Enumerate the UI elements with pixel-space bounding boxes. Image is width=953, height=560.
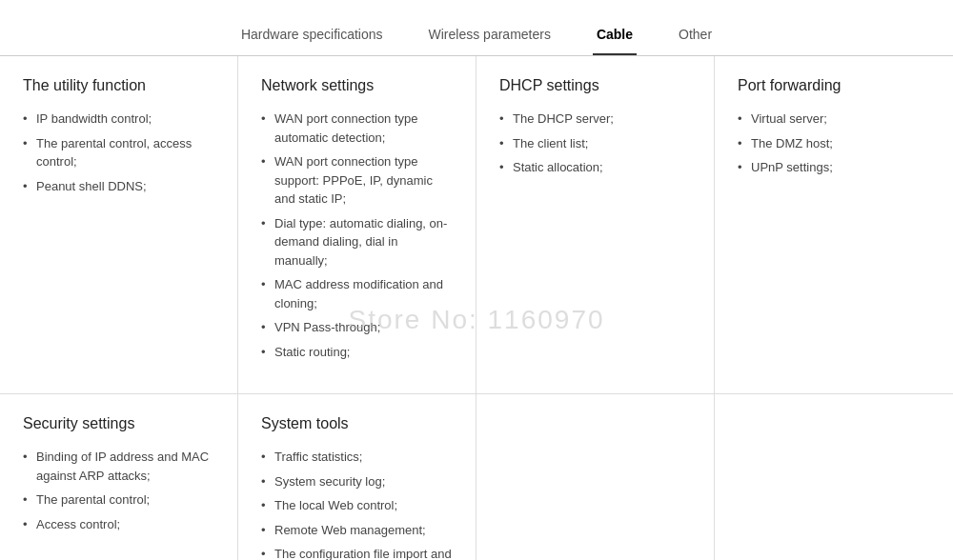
main-content: The utility functionIP bandwidth control…	[0, 56, 953, 560]
grid-cell-0: The utility functionIP bandwidth control…	[0, 56, 238, 393]
list-item: The configuration file import and export…	[261, 545, 453, 560]
grid-cell-3	[715, 394, 953, 560]
list-item: WAN port connection type automatic detec…	[261, 110, 453, 147]
cell-title: System tools	[261, 415, 453, 432]
top-grid-row: The utility functionIP bandwidth control…	[0, 56, 953, 394]
list-item: WAN port connection type support: PPPoE,…	[261, 152, 453, 209]
cell-list: Traffic statistics;System security log;T…	[261, 448, 453, 560]
list-item: Static routing;	[261, 343, 453, 362]
cell-title: DHCP settings	[499, 77, 691, 94]
list-item: The parental control;	[23, 490, 214, 510]
cell-title: Security settings	[23, 415, 214, 432]
grid-cell-0: Security settingsBinding of IP address a…	[0, 394, 238, 560]
list-item: Dial type: automatic dialing, on-demand …	[261, 214, 453, 270]
cell-title: The utility function	[23, 77, 214, 94]
cell-title: Port forwarding	[738, 77, 930, 94]
list-item: UPnP settings;	[738, 158, 930, 177]
list-item: Traffic statistics;	[261, 448, 453, 467]
list-item: Remote Web management;	[261, 521, 453, 540]
list-item: MAC address modification and cloning;	[261, 275, 453, 312]
list-item: The local Web control;	[261, 496, 453, 515]
list-item: System security log;	[261, 472, 453, 491]
list-item: Peanut shell DDNS;	[23, 177, 214, 196]
tab-cable[interactable]: Cable	[593, 17, 637, 55]
list-item: The client list;	[499, 134, 691, 153]
list-item: The DHCP server;	[499, 110, 691, 129]
list-item: IP bandwidth control;	[23, 110, 214, 129]
grid-cell-1: Network settingsWAN port connection type…	[238, 56, 476, 393]
cell-list: Virtual server;The DMZ host;UPnP setting…	[738, 110, 930, 177]
tab-other[interactable]: Other	[675, 17, 716, 55]
tab-wireless[interactable]: Wireless parameters	[425, 17, 555, 55]
cell-list: WAN port connection type automatic detec…	[261, 110, 453, 361]
list-item: Access control;	[23, 515, 214, 534]
grid-cell-2: DHCP settingsThe DHCP server;The client …	[476, 56, 715, 393]
grid-cell-2	[476, 394, 715, 560]
cell-list: The DHCP server;The client list;Static a…	[499, 110, 691, 177]
bottom-grid-row: Security settingsBinding of IP address a…	[0, 394, 953, 560]
grid-cell-1: System toolsTraffic statistics;System se…	[238, 394, 476, 560]
list-item: Static allocation;	[499, 158, 691, 177]
list-item: Virtual server;	[738, 110, 930, 129]
grid-cell-3: Port forwardingVirtual server;The DMZ ho…	[715, 56, 953, 393]
list-item: Binding of IP address and MAC against AR…	[23, 448, 214, 485]
cell-list: IP bandwidth control;The parental contro…	[23, 110, 214, 195]
tab-navigation: Hardware specificationsWireless paramete…	[0, 0, 953, 56]
list-item: The parental control, access control;	[23, 134, 214, 171]
cell-title: Network settings	[261, 77, 453, 94]
tab-hardware[interactable]: Hardware specifications	[237, 17, 387, 55]
cell-list: Binding of IP address and MAC against AR…	[23, 448, 214, 533]
list-item: The DMZ host;	[738, 134, 930, 153]
list-item: VPN Pass-through;	[261, 318, 453, 337]
